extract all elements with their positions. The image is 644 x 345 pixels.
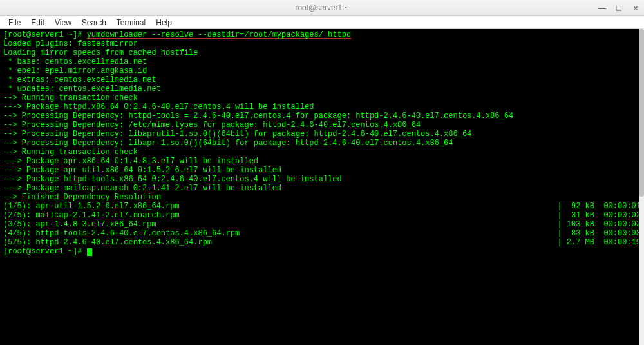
- download-stats: | 103 kB 00:00:02: [557, 220, 641, 229]
- scrollbar-track[interactable]: [639, 29, 644, 345]
- output-line: ---> Package apr-util.x86_64 0:1.5.2-6.e…: [3, 166, 641, 175]
- output-line: --> Processing Dependency: libaprutil-1.…: [3, 130, 641, 139]
- output-line: ---> Package httpd-tools.x86_64 0:2.4.6-…: [3, 175, 641, 184]
- terminal-area[interactable]: [root@server1 ~]# yumdownloader --resolv…: [0, 29, 644, 345]
- minimize-button[interactable]: —: [597, 3, 607, 13]
- download-file: (3/5): apr-1.4.8-3.el7.x86_64.rpm: [3, 220, 156, 229]
- output-line: * extras: centos.excellmedia.net: [3, 75, 641, 84]
- menu-view[interactable]: View: [50, 17, 77, 28]
- download-row: (1/5): apr-util-1.5.2-6.el7.x86_64.rpm| …: [3, 202, 641, 211]
- prompt: [root@server1 ~]#: [3, 30, 87, 39]
- output-line: * updates: centos.excellmedia.net: [3, 84, 641, 94]
- output-line: --> Processing Dependency: libapr-1.so.0…: [3, 139, 641, 148]
- output-line: --> Processing Dependency: /etc/mime.typ…: [3, 121, 641, 130]
- window-title: root@server1:~: [295, 3, 348, 12]
- scrollbar-thumb[interactable]: [639, 29, 644, 197]
- maximize-button[interactable]: □: [614, 3, 624, 13]
- window-controls: — □ ×: [597, 3, 641, 13]
- output-line: * base: centos.excellmedia.net: [3, 57, 641, 66]
- download-row: (3/5): apr-1.4.8-3.el7.x86_64.rpm| 103 k…: [3, 220, 641, 229]
- download-stats: | 2.7 MB 00:00:19: [557, 238, 641, 247]
- download-row: (2/5): mailcap-2.1.41-2.el7.noarch.rpm| …: [3, 211, 641, 220]
- output-line: --> Finished Dependency Resolution: [3, 193, 641, 202]
- download-file: (2/5): mailcap-2.1.41-2.el7.noarch.rpm: [3, 211, 180, 220]
- menubar: File Edit View Search Terminal Help: [0, 16, 644, 29]
- output-line: --> Processing Dependency: httpd-tools =…: [3, 112, 641, 121]
- prompt: [root@server1 ~]#: [3, 247, 87, 256]
- menu-terminal[interactable]: Terminal: [111, 17, 151, 28]
- download-file: (4/5): httpd-tools-2.4.6-40.el7.centos.4…: [3, 229, 240, 238]
- typed-command: yumdownloader --resolve --destdir=/root/…: [87, 30, 351, 39]
- output-line: --> Running transaction check: [3, 148, 641, 157]
- menu-help[interactable]: Help: [151, 17, 177, 28]
- output-line: ---> Package apr.x86_64 0:1.4.8-3.el7 wi…: [3, 157, 641, 166]
- output-line: Loaded plugins: fastestmirror: [3, 39, 641, 48]
- menu-file[interactable]: File: [3, 17, 26, 28]
- download-stats: | 83 kB 00:00:03: [557, 229, 641, 238]
- cursor-icon: [87, 248, 92, 256]
- close-button[interactable]: ×: [630, 3, 641, 13]
- download-row: (5/5): httpd-2.4.6-40.el7.centos.4.x86_6…: [3, 238, 641, 247]
- menu-edit[interactable]: Edit: [26, 17, 50, 28]
- download-stats: | 92 kB 00:00:01: [557, 202, 641, 211]
- output-line: --> Running transaction check: [3, 94, 641, 103]
- output-line: * epel: epel.mirror.angkasa.id: [3, 66, 641, 75]
- output-line: ---> Package httpd.x86_64 0:2.4.6-40.el7…: [3, 103, 641, 112]
- output-line: ---> Package mailcap.noarch 0:2.1.41-2.e…: [3, 184, 641, 193]
- download-row: (4/5): httpd-tools-2.4.6-40.el7.centos.4…: [3, 229, 641, 238]
- command-line: [root@server1 ~]# yumdownloader --resolv…: [3, 30, 641, 39]
- output-line: Loading mirror speeds from cached hostfi…: [3, 48, 641, 57]
- titlebar: root@server1:~ — □ ×: [0, 0, 644, 16]
- download-file: (1/5): apr-util-1.5.2-6.el7.x86_64.rpm: [3, 202, 180, 211]
- prompt-line: [root@server1 ~]#: [3, 247, 641, 256]
- menu-search[interactable]: Search: [77, 17, 111, 28]
- download-file: (5/5): httpd-2.4.6-40.el7.centos.4.x86_6…: [3, 238, 212, 247]
- download-stats: | 31 kB 00:00:02: [557, 211, 641, 220]
